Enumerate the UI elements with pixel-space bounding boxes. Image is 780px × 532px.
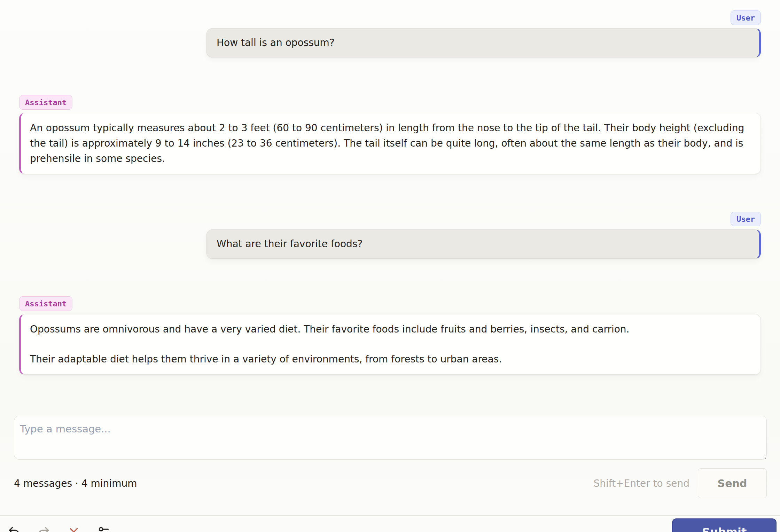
clear-x-icon (67, 525, 80, 532)
message-input[interactable] (14, 416, 767, 460)
message-text: What are their favorite foods? (217, 238, 749, 250)
message-text: An opossum typically measures about 2 to… (30, 120, 751, 166)
chat-transcript: User How tall is an opossum? Assistant A… (0, 0, 780, 375)
redo-button[interactable] (36, 524, 52, 532)
composer: 4 messages · 4 minimum Shift+Enter to se… (0, 416, 780, 499)
undo-icon (7, 525, 21, 532)
redo-icon (37, 525, 50, 532)
footer-toolbar: Submit (0, 516, 780, 532)
assistant-message-bubble: Opossums are omnivorous and have a very … (19, 314, 761, 375)
undo-button[interactable] (6, 524, 22, 532)
message-count-status: 4 messages · 4 minimum (14, 478, 137, 489)
message-text: Their adaptable diet helps them thrive i… (30, 352, 751, 367)
submit-button[interactable]: Submit (672, 518, 777, 532)
message-user-1: User How tall is an opossum? (19, 10, 761, 57)
role-badge-user: User (731, 212, 761, 226)
clear-button[interactable] (65, 524, 82, 532)
assistant-message-bubble: An opossum typically measures about 2 to… (19, 113, 761, 174)
message-user-2: User What are their favorite foods? (19, 212, 761, 259)
role-badge-assistant: Assistant (19, 95, 72, 110)
user-message-bubble: How tall is an opossum? (206, 28, 761, 57)
role-badge-assistant: Assistant (19, 296, 72, 311)
role-badge-user: User (731, 10, 761, 25)
settings-button[interactable] (95, 524, 112, 532)
message-text: How tall is an opossum? (217, 37, 749, 48)
send-button[interactable]: Send (698, 468, 767, 498)
send-shortcut-hint: Shift+Enter to send (593, 478, 689, 489)
composer-status-row: 4 messages · 4 minimum Shift+Enter to se… (14, 468, 767, 499)
user-message-bubble: What are their favorite foods? (206, 229, 761, 259)
message-text: Opossums are omnivorous and have a very … (30, 322, 751, 337)
conversation-editor: User How tall is an opossum? Assistant A… (0, 0, 780, 532)
message-assistant-1: Assistant An opossum typically measures … (19, 95, 761, 174)
message-assistant-2: Assistant Opossums are omnivorous and ha… (19, 296, 761, 375)
settings-sliders-icon (97, 525, 110, 532)
